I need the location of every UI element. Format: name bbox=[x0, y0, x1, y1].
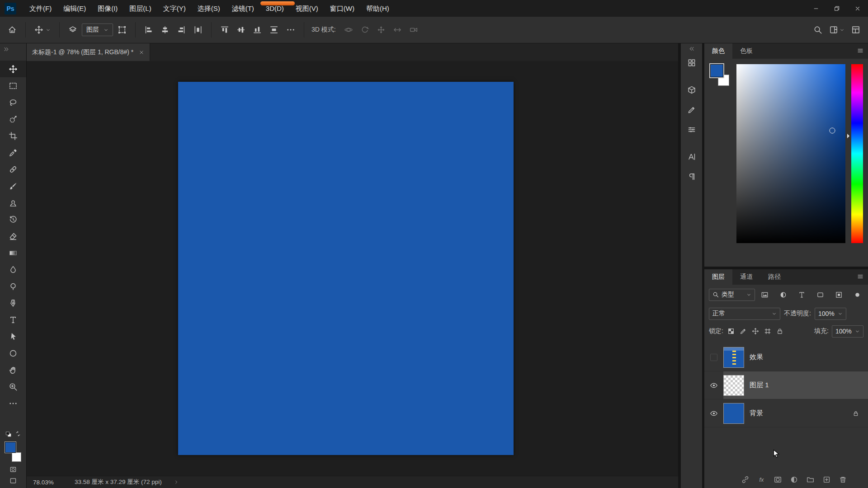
filter-pixel-layers-button[interactable] bbox=[760, 290, 769, 300]
eraser-tool[interactable] bbox=[0, 228, 26, 244]
align-center-horizontal-button[interactable] bbox=[157, 22, 173, 38]
auto-select-toggle[interactable] bbox=[65, 22, 80, 38]
align-middle-vertical-button[interactable] bbox=[233, 22, 249, 38]
zoom-tool[interactable] bbox=[0, 378, 26, 395]
lock-transparent-pixels-button[interactable] bbox=[726, 327, 736, 336]
swap-colors-button[interactable] bbox=[15, 431, 21, 437]
restore-button[interactable] bbox=[826, 0, 847, 17]
gradient-tool[interactable] bbox=[0, 244, 26, 261]
visibility-empty-well[interactable] bbox=[710, 354, 717, 361]
layers-panel-tab-layers[interactable]: 图层 bbox=[704, 269, 732, 285]
brush-settings-panel-icon[interactable] bbox=[683, 101, 700, 118]
saturation-brightness-field[interactable] bbox=[736, 64, 845, 243]
canvas-document[interactable] bbox=[178, 82, 514, 455]
dodge-tool[interactable] bbox=[0, 278, 26, 295]
lock-artboard-button[interactable] bbox=[763, 327, 772, 336]
workspace-options-button[interactable] bbox=[848, 22, 863, 38]
layer-visibility-toggle[interactable] bbox=[704, 371, 723, 399]
character-panel-icon[interactable] bbox=[683, 148, 700, 165]
filter-type-layers-button[interactable] bbox=[797, 290, 807, 300]
clone-stamp-tool[interactable] bbox=[0, 194, 26, 211]
filter-adjustment-layers-button[interactable] bbox=[778, 290, 788, 300]
layer-thumbnail[interactable] bbox=[723, 403, 744, 424]
crop-tool[interactable] bbox=[0, 127, 26, 144]
menu-image[interactable]: 图像(I) bbox=[92, 0, 123, 17]
layer-row-effects[interactable]: 效果 bbox=[704, 343, 868, 371]
opacity-dropdown[interactable]: 100% bbox=[815, 308, 846, 320]
toolbar-expand-button[interactable] bbox=[0, 43, 26, 55]
filter-shape-layers-button[interactable] bbox=[816, 290, 826, 300]
home-button[interactable] bbox=[5, 22, 20, 38]
type-tool-tool[interactable] bbox=[0, 311, 26, 328]
libraries-panel-icon[interactable] bbox=[683, 54, 700, 71]
hue-slider[interactable] bbox=[851, 64, 863, 243]
filter-toggle-button[interactable] bbox=[853, 290, 863, 300]
pen-tool[interactable] bbox=[0, 295, 26, 311]
screen-mode-button[interactable] bbox=[9, 477, 17, 484]
default-colors-button[interactable] bbox=[5, 431, 12, 438]
align-options-button[interactable] bbox=[283, 22, 298, 38]
menu-select[interactable]: 选择(S) bbox=[192, 0, 226, 17]
lock-position-button[interactable] bbox=[751, 327, 760, 336]
distribute-vertical-button[interactable] bbox=[266, 22, 282, 38]
status-options-chevron[interactable] bbox=[174, 479, 179, 485]
3d-pan-button[interactable] bbox=[373, 22, 389, 38]
foreground-color-well[interactable] bbox=[710, 64, 723, 77]
layers-panel-tab-channels[interactable]: 通道 bbox=[732, 269, 760, 285]
tab-close-icon[interactable] bbox=[139, 50, 144, 55]
fill-dropdown[interactable]: 100% bbox=[832, 325, 863, 338]
menu-window[interactable]: 窗口(W) bbox=[324, 0, 360, 17]
blur-tool[interactable] bbox=[0, 261, 26, 278]
search-button[interactable] bbox=[810, 22, 826, 38]
menu-filter[interactable]: 滤镜(T) bbox=[226, 0, 260, 17]
distribute-horizontal-button[interactable] bbox=[190, 22, 206, 38]
layers-panel-tab-paths[interactable]: 路径 bbox=[760, 269, 788, 285]
lock-image-pixels-button[interactable] bbox=[739, 327, 748, 336]
ellipse-tool[interactable] bbox=[0, 345, 26, 361]
align-left-button[interactable] bbox=[141, 22, 156, 38]
color-field-cursor[interactable] bbox=[830, 127, 835, 133]
layer-row-background[interactable]: 背景 bbox=[704, 399, 868, 427]
align-bottom-button[interactable] bbox=[250, 22, 265, 38]
color-panel-tab-color[interactable]: 颜色 bbox=[704, 43, 732, 59]
lasso-tool[interactable] bbox=[0, 94, 26, 111]
quick-selection-tool[interactable] bbox=[0, 111, 26, 127]
adjustments-panel-icon[interactable] bbox=[683, 81, 700, 99]
layer-row-body[interactable]: 背景 bbox=[723, 399, 868, 427]
brush-tool[interactable] bbox=[0, 178, 26, 194]
lock-all-button[interactable] bbox=[775, 327, 784, 336]
menu-file[interactable]: 文件(F) bbox=[24, 0, 57, 17]
3d-orbit-button[interactable] bbox=[341, 22, 356, 38]
3d-roll-button[interactable] bbox=[357, 22, 373, 38]
spot-healing-brush-tool[interactable] bbox=[0, 161, 26, 178]
auto-select-dropdown[interactable]: 图层 bbox=[82, 23, 113, 36]
layer-style-button[interactable]: fx bbox=[757, 475, 766, 484]
layer-thumbnail[interactable] bbox=[723, 347, 744, 368]
workspace-switcher[interactable] bbox=[827, 22, 847, 38]
paragraph-panel-icon[interactable] bbox=[683, 168, 700, 185]
menu-type[interactable]: 文字(Y) bbox=[157, 0, 192, 17]
filter-type-dropdown[interactable]: 类型 bbox=[709, 289, 755, 301]
layer-row-body[interactable]: 效果 bbox=[723, 343, 868, 371]
minimize-button[interactable] bbox=[806, 0, 826, 17]
blend-mode-dropdown[interactable]: 正常 bbox=[709, 308, 780, 320]
path-selection-tool[interactable] bbox=[0, 328, 26, 345]
new-adjustment-layer-button[interactable] bbox=[789, 475, 798, 484]
move-tool[interactable] bbox=[0, 61, 26, 77]
new-layer-button[interactable] bbox=[822, 475, 831, 484]
3d-slide-button[interactable] bbox=[390, 22, 405, 38]
hand-tool[interactable] bbox=[0, 361, 26, 378]
zoom-level-field[interactable]: 78.03% bbox=[33, 479, 75, 486]
rectangular-marquee-tool[interactable] bbox=[0, 77, 26, 94]
filter-smart-objects-button[interactable] bbox=[834, 290, 844, 300]
quick-mask-button[interactable] bbox=[9, 466, 17, 473]
layer-row-body[interactable]: 图层 1 bbox=[723, 371, 868, 399]
clone-source-panel-icon[interactable] bbox=[683, 121, 700, 138]
eyedropper-tool[interactable] bbox=[0, 144, 26, 161]
layer-thumbnail[interactable] bbox=[723, 375, 744, 396]
background-color-swatch[interactable] bbox=[12, 452, 21, 462]
color-panel-menu-button[interactable] bbox=[857, 47, 864, 54]
expand-panels-button[interactable] bbox=[681, 43, 702, 54]
foreground-color-swatch[interactable] bbox=[5, 442, 16, 453]
hue-slider-pointer[interactable] bbox=[847, 134, 852, 138]
